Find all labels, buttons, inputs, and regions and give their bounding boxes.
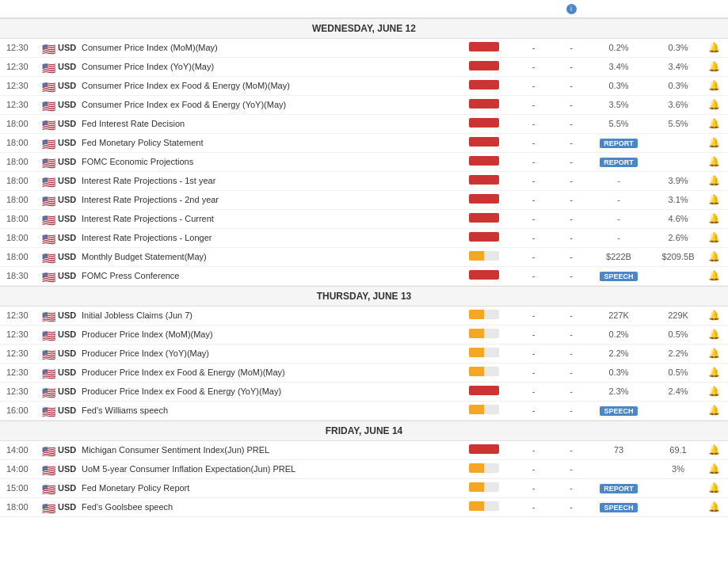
dev-value: - (555, 310, 587, 320)
bell-button[interactable]: 🔔 (706, 405, 722, 416)
event-name: Interest Rate Projections - Current (82, 214, 214, 223)
impact-cell (456, 463, 512, 475)
event-name: FOMC Economic Projections (82, 157, 193, 166)
event-time: 12:30 (6, 310, 42, 320)
dev-value: - (555, 176, 587, 185)
event-row: 12:30 🇺🇸 USD Producer Price Index (YoY)(… (0, 345, 728, 364)
flag-icon: 🇺🇸 (42, 446, 55, 455)
bell-button[interactable]: 🔔 (706, 367, 722, 378)
impact-cell (456, 99, 512, 111)
event-cell: 🇺🇸 USD Fed Interest Rate Decision (42, 119, 456, 128)
flag-icon: 🇺🇸 (42, 63, 55, 71)
event-time: 14:00 (6, 445, 42, 455)
header-dev[interactable]: i (555, 3, 587, 14)
dev-value: - (555, 329, 587, 339)
badge-report: REPORT (600, 158, 638, 167)
event-row: 15:00 🇺🇸 USD Fed Monetary Policy Report … (0, 479, 728, 498)
impact-bar-high (469, 156, 499, 166)
flag-icon: 🇺🇸 (42, 158, 55, 166)
consensus-cell: 0.2% (587, 43, 650, 52)
actual-value: - (512, 233, 555, 242)
event-row: 12:30 🇺🇸 USD Consumer Price Index ex Foo… (0, 77, 728, 96)
event-time: 18:00 (6, 138, 42, 147)
bell-icon: 🔔 (708, 232, 720, 243)
bell-icon: 🔔 (708, 444, 720, 455)
previous-value: 0.3% (668, 43, 688, 52)
event-time: 12:30 (6, 387, 42, 396)
bell-button[interactable]: 🔔 (706, 194, 722, 205)
consensus-cell: 5.5% (587, 119, 650, 128)
bell-icon: 🔔 (708, 80, 720, 91)
flag-icon: 🇺🇸 (42, 177, 55, 185)
bell-button[interactable]: 🔔 (706, 175, 722, 186)
event-cell: 🇺🇸 USD Michigan Consumer Sentiment Index… (42, 445, 456, 455)
event-row: 12:30 🇺🇸 USD Producer Price Index ex Foo… (0, 364, 728, 383)
bell-button[interactable]: 🔔 (706, 251, 722, 262)
previous-cell: 2.6% (650, 233, 706, 242)
event-name: Producer Price Index ex Food & Energy (Y… (82, 387, 281, 396)
event-name: Fed Interest Rate Decision (82, 119, 185, 128)
bell-button[interactable]: 🔔 (706, 80, 722, 91)
bell-button[interactable]: 🔔 (706, 156, 722, 167)
actual-value: - (512, 157, 555, 166)
impact-bar-medium (469, 463, 499, 473)
flag-icon: 🇺🇸 (42, 120, 55, 128)
previous-value: 2.6% (668, 233, 688, 242)
bell-button[interactable]: 🔔 (706, 61, 722, 72)
consensus-value: 73 (614, 445, 623, 455)
bell-icon: 🔔 (708, 61, 720, 72)
bell-button[interactable]: 🔔 (706, 463, 722, 474)
event-time: 12:30 (6, 81, 42, 90)
bell-button[interactable]: 🔔 (706, 232, 722, 243)
bell-icon: 🔔 (708, 348, 720, 359)
flag-icon: 🇺🇸 (42, 349, 55, 358)
bell-button[interactable]: 🔔 (706, 444, 722, 455)
bell-button[interactable]: 🔔 (706, 386, 722, 397)
event-cell: 🇺🇸 USD Fed Monetary Policy Report (42, 483, 456, 493)
event-name: Fed Monetary Policy Report (82, 483, 189, 493)
bell-button[interactable]: 🔔 (706, 482, 722, 493)
actual-value: - (512, 445, 555, 455)
impact-bar-medium (469, 482, 499, 492)
bell-button[interactable]: 🔔 (706, 348, 722, 359)
event-row: 12:30 🇺🇸 USD Producer Price Index ex Foo… (0, 383, 728, 402)
badge-report: REPORT (600, 139, 638, 148)
impact-cell (456, 270, 512, 282)
consensus-cell: REPORT (587, 157, 650, 167)
event-time: 18:30 (6, 271, 42, 280)
currency-label: USD (58, 387, 78, 396)
bell-icon: 🔔 (708, 118, 720, 129)
previous-cell: 0.5% (650, 329, 706, 339)
previous-value: 2.2% (668, 348, 688, 358)
event-cell: 🇺🇸 USD Consumer Price Index (YoY)(May) (42, 62, 456, 71)
actual-value: - (512, 387, 555, 396)
impact-bar-high (469, 137, 499, 147)
bell-button[interactable]: 🔔 (706, 310, 722, 321)
currency-label: USD (58, 233, 78, 242)
bell-button[interactable]: 🔔 (706, 118, 722, 129)
impact-cell (456, 251, 512, 263)
actual-value: - (512, 81, 555, 90)
bell-button[interactable]: 🔔 (706, 270, 722, 281)
impact-cell (456, 501, 512, 513)
previous-cell: 5.5% (650, 119, 706, 128)
bell-button[interactable]: 🔔 (706, 137, 722, 148)
bell-button[interactable]: 🔔 (706, 99, 722, 110)
event-name: UoM 5-year Consumer Inflation Expectatio… (82, 464, 295, 474)
bell-button[interactable]: 🔔 (706, 329, 722, 340)
consensus-cell: 0.3% (587, 367, 650, 377)
actual-value: - (512, 348, 555, 358)
currency-label: USD (58, 81, 78, 90)
consensus-value: 0.2% (608, 329, 628, 339)
bell-button[interactable]: 🔔 (706, 501, 722, 512)
calendar-body: WEDNESDAY, JUNE 12 12:30 🇺🇸 USD Consumer… (0, 18, 728, 517)
event-name: Producer Price Index (MoM)(May) (82, 329, 213, 339)
dev-info-icon[interactable]: i (566, 4, 577, 14)
bell-button[interactable]: 🔔 (706, 42, 722, 53)
event-cell: 🇺🇸 USD Consumer Price Index ex Food & En… (42, 100, 456, 109)
bell-button[interactable]: 🔔 (706, 213, 722, 224)
currency-label: USD (58, 445, 78, 455)
dev-value: - (555, 138, 587, 147)
actual-value: - (512, 176, 555, 185)
event-name: Interest Rate Projections - Longer (82, 233, 212, 242)
